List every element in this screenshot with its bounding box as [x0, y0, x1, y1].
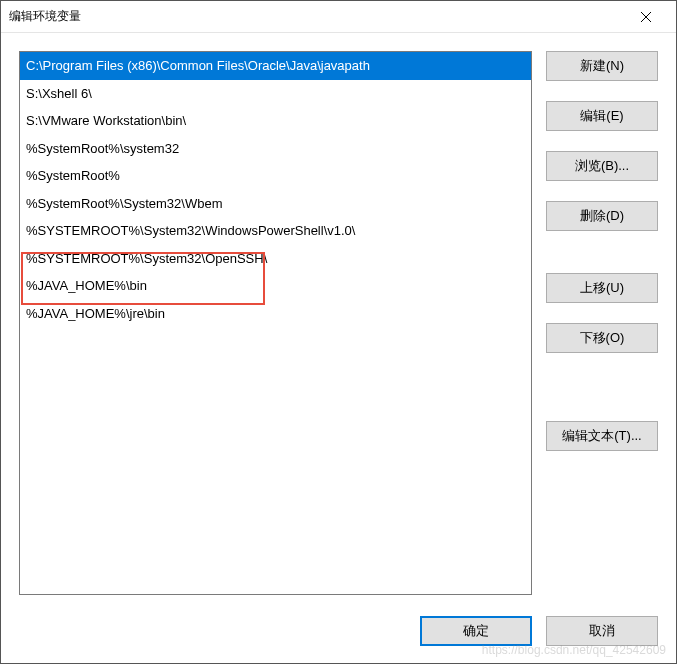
titlebar: 编辑环境变量 [1, 1, 676, 33]
edit-button[interactable]: 编辑(E) [546, 101, 658, 131]
side-button-panel: 新建(N) 编辑(E) 浏览(B)... 删除(D) 上移(U) 下移(O) 编… [546, 51, 658, 595]
cancel-button[interactable]: 取消 [546, 616, 658, 646]
path-listbox[interactable]: C:\Program Files (x86)\Common Files\Orac… [19, 51, 532, 595]
list-item[interactable]: %SystemRoot%\system32 [20, 135, 531, 163]
list-item[interactable]: C:\Program Files (x86)\Common Files\Orac… [20, 52, 531, 80]
list-item[interactable]: %SystemRoot% [20, 162, 531, 190]
delete-button[interactable]: 删除(D) [546, 201, 658, 231]
browse-button[interactable]: 浏览(B)... [546, 151, 658, 181]
dialog-footer: 确定 取消 [1, 613, 676, 663]
list-item[interactable]: S:\VMware Workstation\bin\ [20, 107, 531, 135]
env-variable-dialog: 编辑环境变量 C:\Program Files (x86)\Common Fil… [0, 0, 677, 664]
dialog-content: C:\Program Files (x86)\Common Files\Orac… [1, 33, 676, 613]
list-item[interactable]: %SYSTEMROOT%\System32\WindowsPowerShell\… [20, 217, 531, 245]
dialog-title: 编辑环境变量 [9, 8, 623, 25]
close-button[interactable] [623, 2, 668, 32]
ok-button[interactable]: 确定 [420, 616, 532, 646]
movedown-button[interactable]: 下移(O) [546, 323, 658, 353]
list-item[interactable]: %SYSTEMROOT%\System32\OpenSSH\ [20, 245, 531, 273]
list-item[interactable]: %SystemRoot%\System32\Wbem [20, 190, 531, 218]
list-item[interactable]: %JAVA_HOME%\jre\bin [20, 300, 531, 328]
close-icon [641, 12, 651, 22]
list-item[interactable]: S:\Xshell 6\ [20, 80, 531, 108]
edittext-button[interactable]: 编辑文本(T)... [546, 421, 658, 451]
moveup-button[interactable]: 上移(U) [546, 273, 658, 303]
new-button[interactable]: 新建(N) [546, 51, 658, 81]
list-item[interactable]: %JAVA_HOME%\bin [20, 272, 531, 300]
